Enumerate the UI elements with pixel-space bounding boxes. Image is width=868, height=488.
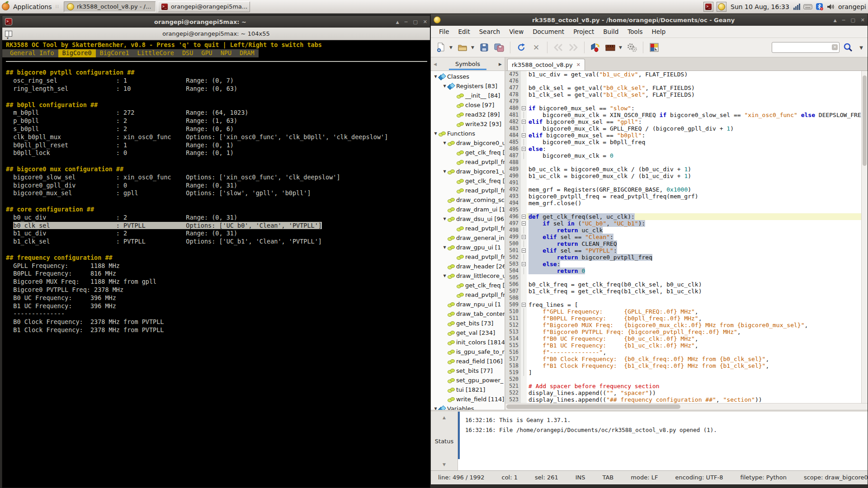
maximize-button[interactable] <box>413 19 417 24</box>
line-number[interactable]: 513 <box>505 328 521 335</box>
symbol-item-__init__84[interactable]: __init__ [84] <box>431 91 505 100</box>
minimize-button[interactable] <box>405 19 408 24</box>
bluetooth-icon[interactable] <box>816 3 823 10</box>
tui-tab-bigcore1[interactable]: BigCore1 <box>96 49 133 57</box>
symbol-item-get_val234[interactable]: get_val [234] <box>431 328 505 338</box>
volume-icon[interactable] <box>826 3 835 10</box>
line-number[interactable]: 501 <box>505 247 521 254</box>
line-number[interactable]: 519 <box>505 369 521 376</box>
line-number[interactable]: 481 <box>505 112 521 118</box>
fold-margin[interactable] <box>521 274 527 281</box>
fold-collapse-icon[interactable] <box>522 133 526 137</box>
fold-margin[interactable] <box>521 288 527 295</box>
taskbar-button[interactable]: rk3588_octool_v8.py - /... <box>64 1 156 12</box>
line-number[interactable]: 518 <box>505 362 521 369</box>
line-number[interactable]: 475 <box>505 71 521 78</box>
fold-margin[interactable] <box>521 389 527 396</box>
expander-icon[interactable]: ▼ <box>442 217 448 221</box>
navigate-back-button[interactable] <box>552 41 565 54</box>
fold-margin[interactable] <box>521 335 527 342</box>
maximize-button[interactable] <box>850 18 855 23</box>
tui-tab-bigcore0[interactable]: BigCore0 <box>58 49 96 57</box>
fold-margin[interactable] <box>521 105 527 112</box>
horizontal-scrollbar[interactable] <box>505 403 868 410</box>
symbol-item-draw_header26[interactable]: draw_header [26 <box>431 262 505 271</box>
tab-rk3588-octool[interactable]: rk3588_octool_v8.py ✕ <box>507 59 585 70</box>
toolbar-overflow-icon[interactable]: ▼ <box>859 45 863 50</box>
fold-margin[interactable] <box>521 173 527 179</box>
clock[interactable]: Sun 10 Aug, 16:33 <box>730 3 790 10</box>
line-number[interactable]: 495 <box>505 206 521 213</box>
fold-margin[interactable] <box>521 328 527 335</box>
distro-logo-icon[interactable] <box>2 3 9 10</box>
fold-margin[interactable] <box>521 322 527 328</box>
tabs-scroll-right-icon[interactable]: ▶ <box>499 62 502 66</box>
tabs-scroll-left-icon[interactable]: ◀ <box>434 62 437 66</box>
menu-search[interactable]: Search <box>475 26 505 37</box>
fold-margin[interactable] <box>521 254 527 261</box>
line-number[interactable]: 515 <box>505 342 521 349</box>
symbols-tree[interactable]: ▼Classes▼Registers [83]__init__ [84]clos… <box>431 71 505 410</box>
line-number[interactable]: 497 <box>505 220 521 227</box>
line-number[interactable]: 499 <box>505 234 521 240</box>
expander-icon[interactable]: ▼ <box>442 84 448 88</box>
symbol-item-draw_dram_ui1[interactable]: draw_dram_ui [1 <box>431 205 505 214</box>
fold-collapse-icon[interactable] <box>522 249 526 253</box>
search-input[interactable] <box>772 42 840 53</box>
menu-document[interactable]: Document <box>528 26 569 37</box>
symbol-item-read_pvtpll_fr[interactable]: read_pvtpll_fr <box>431 252 505 262</box>
clear-search-icon[interactable]: ✕ <box>832 44 838 50</box>
fold-margin[interactable] <box>521 159 527 166</box>
tui-tab-littlecore[interactable]: LittleCore <box>133 49 178 57</box>
fold-collapse-icon[interactable] <box>522 221 526 225</box>
tab-symbols[interactable]: Symbols <box>449 58 486 70</box>
fold-margin[interactable] <box>521 227 527 234</box>
tui-tab-dram[interactable]: DRAM <box>236 49 259 57</box>
expander-icon[interactable]: ▼ <box>442 141 448 145</box>
line-number[interactable]: 479 <box>505 98 521 105</box>
symbol-item-close97[interactable]: close [97] <box>431 100 505 110</box>
line-number[interactable]: 504 <box>505 267 521 274</box>
fold-collapse-icon[interactable] <box>522 303 526 307</box>
symbol-item-init_colors1814[interactable]: init_colors [1814 <box>431 338 505 347</box>
line-number[interactable]: 511 <box>505 315 521 322</box>
tui-tab-general-info[interactable]: General Info <box>6 49 58 57</box>
line-number[interactable]: 507 <box>505 288 521 295</box>
fold-margin[interactable] <box>521 84 527 91</box>
fold-margin[interactable] <box>521 308 527 315</box>
symbol-item-set_bits77[interactable]: set_bits [77] <box>431 366 505 375</box>
fold-margin[interactable] <box>521 383 527 389</box>
fold-margin[interactable] <box>521 179 527 186</box>
save-button[interactable] <box>478 41 491 54</box>
line-number[interactable]: 522 <box>505 389 521 396</box>
fold-collapse-icon[interactable] <box>522 262 526 266</box>
line-number[interactable]: 521 <box>505 383 521 389</box>
build-dropdown-icon[interactable]: ▼ <box>619 45 623 50</box>
fold-collapse-icon[interactable] <box>522 215 526 219</box>
line-number[interactable]: 505 <box>505 274 521 281</box>
symbol-item-read_pvtpll_fr[interactable]: read_pvtpll_fr <box>431 157 505 167</box>
fold-margin[interactable] <box>521 186 527 193</box>
fold-collapse-icon[interactable] <box>522 147 526 151</box>
fold-margin[interactable] <box>521 91 527 98</box>
fold-margin[interactable] <box>521 234 527 240</box>
revert-button[interactable] <box>515 41 528 54</box>
fold-margin[interactable] <box>521 125 527 132</box>
taskbar-button[interactable]: orangepi@orangepi5ma... <box>158 1 250 12</box>
fold-margin[interactable] <box>521 132 527 139</box>
symbol-item-tui1821[interactable]: tui [1821] <box>431 385 505 394</box>
menu-edit[interactable]: Edit <box>454 26 475 37</box>
line-number[interactable]: 480 <box>505 105 521 112</box>
fold-margin[interactable] <box>521 71 527 78</box>
symbol-item-draw_npu_ui1[interactable]: draw_npu_ui [1 <box>431 300 505 309</box>
line-number[interactable]: 496 <box>505 213 521 220</box>
symbol-item-variables[interactable]: ▼Variables <box>431 404 505 410</box>
line-number[interactable]: 478 <box>505 91 521 98</box>
menu-tools[interactable]: Tools <box>623 26 647 37</box>
fold-margin[interactable] <box>521 213 527 220</box>
selected-parameter-row[interactable]: b0_clk_sel : PVTPLL Options: ['UC_b0', '… <box>13 222 322 229</box>
fold-margin[interactable] <box>521 295 527 301</box>
search-button[interactable] <box>842 41 854 54</box>
code-editor[interactable]: 475b1_uc_div = get_val("b1_uc_div", FLAT… <box>505 71 868 403</box>
fold-margin[interactable] <box>521 139 527 145</box>
